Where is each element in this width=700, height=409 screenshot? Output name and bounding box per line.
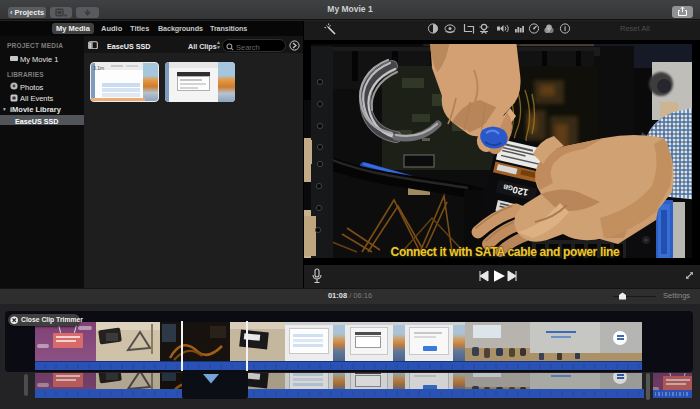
svg-text:i: i xyxy=(564,24,566,33)
svg-text:Connect it with SATA cable and: Connect it with SATA cable and power lin… xyxy=(391,245,620,259)
